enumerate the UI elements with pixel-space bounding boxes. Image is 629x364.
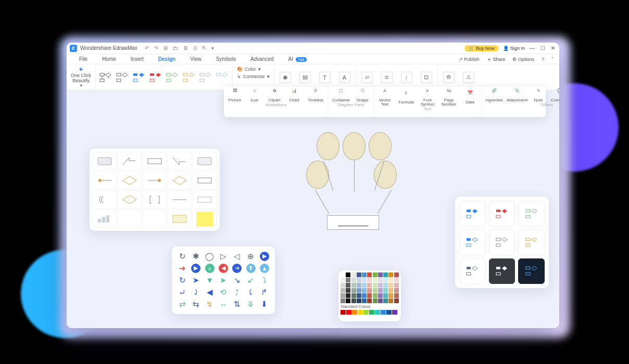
arrow-glyph[interactable]: ▶ [191,264,200,273]
color-swatch[interactable] [383,272,388,277]
color-swatch[interactable] [378,288,383,293]
insert-vector-text-button[interactable]: AVector Text [375,89,395,107]
arrow-glyph[interactable]: ↙ [244,275,257,285]
color-dropdown[interactable]: 🎨 Color ▾ [237,67,270,72]
menu-symbols[interactable]: Symbols [209,56,243,62]
color-swatch[interactable] [375,310,380,315]
redo-icon[interactable]: ↷ [154,45,158,51]
color-swatch[interactable] [341,293,345,298]
theme-option-8[interactable] [489,258,515,284]
help-icon[interactable]: ? [542,57,544,62]
color-swatch[interactable] [346,283,350,288]
color-swatch[interactable] [378,283,383,288]
menu-advanced[interactable]: Advanced [243,56,281,62]
theme-swatch-6[interactable] [182,72,196,83]
color-swatch[interactable] [357,293,361,298]
shape-cell[interactable] [168,152,192,170]
color-swatch[interactable] [363,310,369,315]
open-icon[interactable]: 🗀 [173,45,178,51]
color-swatch[interactable] [383,278,388,282]
color-swatch[interactable] [362,293,367,298]
color-swatch[interactable] [346,293,350,298]
buy-now-button[interactable]: 🛒 Buy Now [464,45,499,51]
arrow-glyph[interactable]: ◁ [231,251,243,262]
color-swatch[interactable] [357,272,361,277]
theme-option-5[interactable] [489,229,515,255]
color-swatch[interactable] [362,288,367,293]
qat-more-icon[interactable]: ▾ [211,45,214,51]
color-swatch[interactable] [346,278,350,282]
menu-design[interactable]: Design [151,56,183,62]
menu-ai[interactable]: AI hot [281,56,314,62]
shape-cell[interactable] [93,152,117,170]
color-swatch[interactable] [341,310,346,315]
arrow-glyph[interactable]: ⤸ [190,287,202,298]
insert-note-button[interactable]: ✎Note [529,89,548,102]
theme-swatch-4[interactable] [149,72,162,83]
arrow-glyph[interactable]: ⤴ [231,287,243,298]
color-swatch[interactable] [351,293,356,298]
color-swatch[interactable] [351,298,356,303]
options-button[interactable]: ⚙ Options [512,57,534,62]
shape-cell[interactable] [93,171,117,189]
connector-dropdown[interactable]: ↳ Connector ▾ [237,74,270,79]
theme-option-9[interactable] [518,258,545,284]
arrow-glyph[interactable]: ↯ [204,299,216,310]
color-swatch[interactable] [357,278,361,282]
color-swatch[interactable] [351,272,356,277]
color-swatch[interactable] [352,310,357,315]
arrow-glyph[interactable]: ↔ [217,299,230,310]
color-swatch[interactable] [362,283,367,288]
shape-cell[interactable] [118,190,142,209]
line-style2-icon[interactable]: ⧈ [381,72,393,83]
page-color-icon[interactable]: ◉ [280,72,291,83]
arrow-glyph[interactable]: ⇄ [176,299,188,310]
insert-date-button[interactable]: 📅Date [460,89,480,107]
insert-attachment-button[interactable]: 📎Attachment [506,89,529,102]
arrow-glyph[interactable]: ▲ [260,264,269,273]
color-swatch[interactable] [351,283,356,288]
arrow-glyph[interactable]: ➔ [176,263,188,274]
arrow-glyph[interactable]: ➤ [190,275,202,285]
color-swatch[interactable] [362,272,367,277]
arrow-glyph[interactable]: ⤵ [258,275,271,285]
export-icon[interactable]: ⇱ [202,45,206,51]
close-button[interactable]: ✕ [550,45,556,51]
theme-swatch-3[interactable] [132,72,146,83]
shape-cell[interactable] [118,152,142,170]
shape-cell[interactable] [118,210,142,228]
color-swatch[interactable] [358,310,363,315]
color-swatch[interactable] [357,288,361,293]
color-swatch[interactable] [367,293,372,298]
minimize-button[interactable]: — [529,45,535,51]
shape-cell[interactable] [93,190,117,209]
shape-cell[interactable] [143,190,167,209]
publish-button[interactable]: ↗ Publish [459,57,480,62]
color-swatch[interactable] [362,278,367,282]
color-swatch[interactable] [341,283,345,288]
color-swatch[interactable] [378,293,383,298]
color-swatch[interactable] [388,283,393,288]
share-button[interactable]: ⪪ Share [487,57,506,62]
color-swatch[interactable] [388,272,393,277]
color-swatch[interactable] [373,298,378,303]
color-swatch[interactable] [383,298,388,303]
color-swatch[interactable] [373,272,378,277]
menu-file[interactable]: File [72,56,95,62]
arrow-glyph[interactable]: ⬇ [258,299,271,310]
undo-icon[interactable]: ↶ [145,45,149,51]
color-swatch[interactable] [383,283,388,288]
theme-option-1[interactable] [459,201,486,226]
insert-clipart-button[interactable]: ✿Clipart [265,89,284,102]
color-swatch[interactable] [341,272,345,277]
theme-swatch-8[interactable] [216,72,229,83]
color-swatch[interactable] [346,288,350,293]
arrow-glyph[interactable]: ↻ [176,275,188,285]
shape-cell[interactable] [193,152,217,170]
color-swatch[interactable] [383,293,388,298]
arrow-glyph[interactable]: ⤋ [244,299,257,310]
warning-icon[interactable]: ⚠ [463,72,474,83]
arrow-glyph[interactable]: ◀ [219,264,228,273]
arrow-glyph[interactable]: ✱ [190,251,202,262]
shape-cell[interactable] [143,152,167,170]
